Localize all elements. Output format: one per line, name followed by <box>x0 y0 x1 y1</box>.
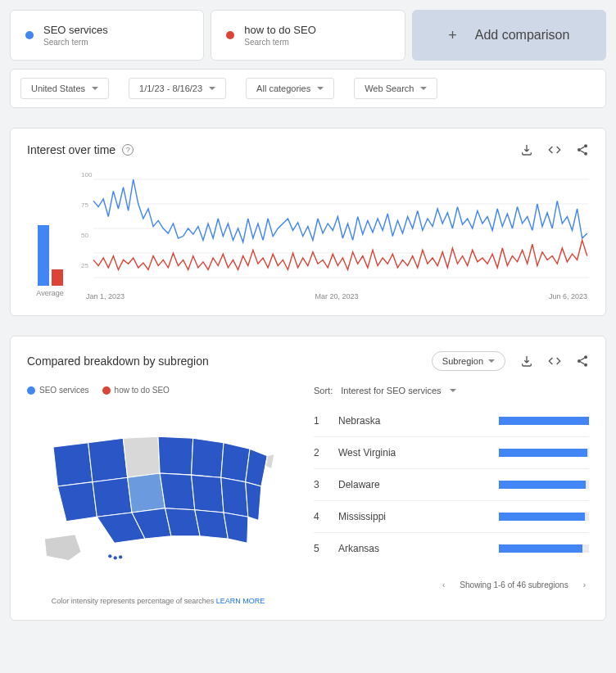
learn-more-link[interactable]: LEARN MORE <box>216 597 265 605</box>
region-bar <box>499 513 589 521</box>
svg-point-11 <box>108 554 111 558</box>
us-map[interactable] <box>27 395 289 569</box>
x-axis-labels: Jan 1, 2023 Mar 20, 2023 Jun 6, 2023 <box>84 289 589 300</box>
comparison-row: SEO services Search term how to do SEO S… <box>10 10 606 61</box>
download-icon[interactable] <box>520 355 533 368</box>
region-rank: 2 <box>314 447 328 458</box>
svg-point-1 <box>578 148 581 151</box>
interest-panel: Interest over time ? Average 100 <box>10 128 606 316</box>
pager-prev-icon[interactable]: ‹ <box>439 577 448 593</box>
region-bar <box>499 544 589 553</box>
chevron-down-icon <box>209 87 215 90</box>
chevron-down-icon <box>317 87 324 90</box>
average-bars <box>27 171 73 286</box>
region-row[interactable]: 5 Arkansas <box>314 532 589 564</box>
svg-point-2 <box>584 152 587 156</box>
region-row[interactable]: 1 Nebraska <box>314 405 589 436</box>
filter-label: Web Search <box>365 84 414 93</box>
region-list: 1 Nebraska 2 West Virginia 3 Delaware 4 … <box>314 405 589 564</box>
category-filter[interactable]: All categories <box>246 78 334 99</box>
region-name: Mississippi <box>338 511 489 522</box>
add-comparison-label: Add comparison <box>475 28 570 43</box>
term-subtitle: Search term <box>43 38 108 47</box>
region-bar <box>499 417 589 425</box>
region-rank: 1 <box>314 415 328 427</box>
chevron-down-icon <box>92 87 98 90</box>
svg-point-0 <box>584 144 587 147</box>
panel-title: Interest over time ? <box>27 143 134 156</box>
avg-bar-series-2 <box>52 269 63 286</box>
title-text: Compared breakdown by subregion <box>27 355 209 368</box>
plus-icon: + <box>448 27 457 44</box>
line-chart <box>84 171 589 286</box>
region-name: Arkansas <box>338 543 489 554</box>
scope-selector[interactable]: Subregion <box>432 351 505 371</box>
chevron-down-icon <box>450 389 456 392</box>
series-dot-icon <box>226 31 234 39</box>
breakdown-panel: Compared breakdown by subregion Subregio… <box>10 336 606 621</box>
filter-bar: United States 1/1/23 - 8/16/23 All categ… <box>10 69 606 108</box>
region-filter[interactable]: United States <box>20 78 109 99</box>
region-row[interactable]: 3 Delaware <box>314 468 589 500</box>
download-icon[interactable] <box>520 143 533 156</box>
svg-point-10 <box>584 364 587 367</box>
help-icon[interactable]: ? <box>122 144 134 156</box>
region-rank: 5 <box>314 543 328 554</box>
region-bar <box>499 449 589 457</box>
add-comparison-button[interactable]: + Add comparison <box>412 10 606 61</box>
region-rank: 4 <box>314 511 328 522</box>
svg-point-9 <box>578 359 581 363</box>
search-type-filter[interactable]: Web Search <box>354 78 437 99</box>
region-name: Nebraska <box>338 415 489 427</box>
region-rank: 3 <box>314 479 328 490</box>
term-label: how to do SEO <box>244 24 315 36</box>
map-note: Color intensity represents percentage of… <box>27 597 289 605</box>
filter-label: 1/1/23 - 8/16/23 <box>139 84 202 93</box>
scope-label: Subregion <box>442 356 483 366</box>
share-icon[interactable] <box>576 143 589 156</box>
chevron-down-icon <box>488 359 495 363</box>
chevron-down-icon <box>420 87 427 90</box>
comparison-term-1[interactable]: SEO services Search term <box>10 10 204 61</box>
embed-icon[interactable] <box>548 143 561 156</box>
series-dot-icon <box>25 31 34 39</box>
legend-label: SEO services <box>39 386 89 395</box>
svg-point-8 <box>584 355 587 359</box>
sort-label: Sort: <box>314 386 333 395</box>
embed-icon[interactable] <box>548 355 561 368</box>
average-label: Average <box>27 289 73 297</box>
filter-label: All categories <box>256 84 310 93</box>
region-row[interactable]: 4 Mississippi <box>314 500 589 532</box>
filter-label: United States <box>31 84 85 93</box>
term-subtitle: Search term <box>244 38 315 47</box>
series-dot-icon <box>27 386 35 395</box>
legend-label: how to do SEO <box>115 386 170 395</box>
sort-control[interactable]: Sort: Interest for SEO services <box>314 386 589 395</box>
y-axis-ticks: 100 75 50 25 <box>81 171 92 269</box>
timerange-filter[interactable]: 1/1/23 - 8/16/23 <box>129 78 226 99</box>
pager-text: Showing 1-6 of 46 subregions <box>460 580 568 589</box>
pager-next-icon[interactable]: › <box>580 577 589 593</box>
avg-bar-series-1 <box>38 225 49 286</box>
series-dot-icon <box>102 386 111 395</box>
share-icon[interactable] <box>576 355 589 368</box>
panel-title: Compared breakdown by subregion <box>27 355 209 368</box>
title-text: Interest over time <box>27 143 116 156</box>
region-name: Delaware <box>338 479 489 490</box>
svg-point-13 <box>119 555 122 558</box>
term-label: SEO services <box>43 24 108 36</box>
comparison-term-2[interactable]: how to do SEO Search term <box>211 10 405 61</box>
region-name: West Virginia <box>338 447 489 458</box>
region-row[interactable]: 2 West Virginia <box>314 436 589 468</box>
region-bar <box>499 481 589 489</box>
svg-point-12 <box>114 556 117 559</box>
breakdown-legend: SEO services how to do SEO <box>27 386 289 395</box>
sort-value: Interest for SEO services <box>341 386 441 395</box>
